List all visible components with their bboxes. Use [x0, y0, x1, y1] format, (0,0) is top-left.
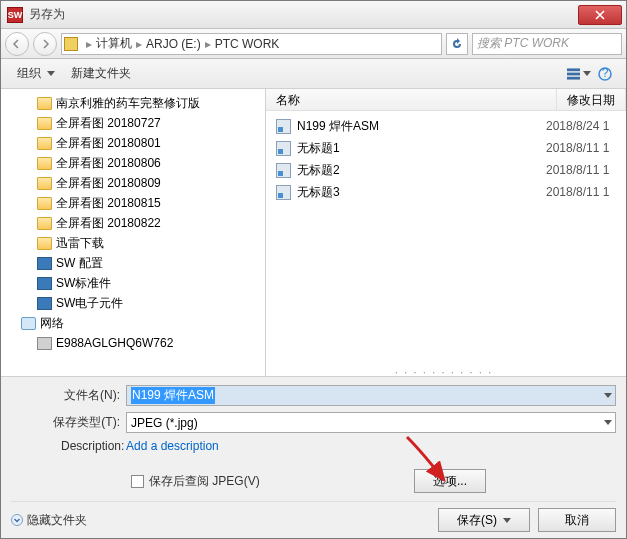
tree-item[interactable]: 全屏看图 20180727: [1, 113, 265, 133]
navbar: ▸ 计算机 ▸ ARJO (E:) ▸ PTC WORK 搜索 PTC WORK: [1, 29, 626, 59]
breadcrumb-sep-icon: ▸: [205, 37, 211, 51]
file-row[interactable]: 无标题22018/8/11 1: [266, 159, 626, 181]
breadcrumb-segment[interactable]: PTC WORK: [215, 37, 280, 51]
folder-icon: [37, 197, 52, 210]
breadcrumb-sep-icon: ▸: [86, 37, 92, 51]
file-icon: [276, 141, 291, 156]
tree-item-label: 南京利雅的药车完整修订版: [56, 95, 200, 112]
tree-item[interactable]: 南京利雅的药车完整修订版: [1, 93, 265, 113]
tree-item[interactable]: E988AGLGHQ6W762: [1, 333, 265, 353]
close-button[interactable]: [578, 5, 622, 25]
organize-button[interactable]: 组织: [9, 63, 63, 84]
chevron-down-icon: [11, 514, 23, 526]
refresh-icon: [451, 38, 463, 50]
file-list[interactable]: N199 焊件ASM2018/8/24 1无标题12018/8/11 1无标题2…: [266, 111, 626, 368]
sizer[interactable]: ···········: [266, 368, 626, 376]
window-title: 另存为: [29, 6, 578, 23]
back-button[interactable]: [5, 32, 29, 56]
refresh-button[interactable]: [446, 33, 468, 55]
tree-item-label: 迅雷下载: [56, 235, 104, 252]
network-icon: [21, 317, 36, 330]
computer-icon: [37, 337, 52, 350]
col-date[interactable]: 修改日期: [557, 89, 626, 110]
tree-item-label: 全屏看图 20180822: [56, 215, 161, 232]
cancel-button[interactable]: 取消: [538, 508, 616, 532]
view-button[interactable]: [566, 63, 592, 85]
options-button[interactable]: 选项...: [414, 469, 486, 493]
chevron-down-icon[interactable]: [598, 414, 614, 431]
file-row[interactable]: 无标题12018/8/11 1: [266, 137, 626, 159]
tree-item[interactable]: 全屏看图 20180822: [1, 213, 265, 233]
file-icon: [276, 163, 291, 178]
tree-item[interactable]: SW标准件: [1, 273, 265, 293]
chevron-down-icon: [47, 71, 55, 76]
help-icon: ?: [598, 67, 612, 81]
tree-item[interactable]: SW 配置: [1, 253, 265, 273]
svg-rect-1: [567, 72, 580, 75]
file-row[interactable]: N199 焊件ASM2018/8/24 1: [266, 115, 626, 137]
hide-folders-button[interactable]: 隐藏文件夹: [11, 512, 87, 529]
tree-item[interactable]: 全屏看图 20180815: [1, 193, 265, 213]
tree-item-label: SW标准件: [56, 275, 111, 292]
chevron-down-icon[interactable]: [598, 387, 614, 404]
forward-button[interactable]: [33, 32, 57, 56]
tree-item[interactable]: 迅雷下载: [1, 233, 265, 253]
help-button[interactable]: ?: [592, 63, 618, 85]
bottom-panel: 文件名(N): N199 焊件ASM 保存类型(T): JPEG (*.jpg)…: [1, 376, 626, 538]
close-icon: [595, 10, 605, 20]
save-button[interactable]: 保存(S): [438, 508, 530, 532]
footer: 隐藏文件夹 保存(S) 取消: [11, 501, 616, 532]
svg-text:?: ?: [602, 67, 609, 80]
filename-field[interactable]: N199 焊件ASM: [126, 385, 616, 406]
checkbox-icon: [131, 475, 144, 488]
folder-icon: [37, 117, 52, 130]
sw-icon: [37, 257, 52, 270]
arrow-left-icon: [12, 39, 22, 49]
tree-item[interactable]: 全屏看图 20180801: [1, 133, 265, 153]
tree-item-label: 全屏看图 20180815: [56, 195, 161, 212]
folder-tree[interactable]: 南京利雅的药车完整修订版全屏看图 20180727全屏看图 20180801全屏…: [1, 89, 266, 376]
tree-item-label: E988AGLGHQ6W762: [56, 336, 173, 350]
col-name[interactable]: 名称: [266, 89, 557, 110]
file-name: 无标题3: [297, 184, 340, 201]
tree-item-label: 全屏看图 20180806: [56, 155, 161, 172]
file-row[interactable]: 无标题32018/8/11 1: [266, 181, 626, 203]
drive-icon: [64, 37, 78, 51]
tree-item[interactable]: 全屏看图 20180809: [1, 173, 265, 193]
tree-item[interactable]: 全屏看图 20180806: [1, 153, 265, 173]
folder-icon: [37, 237, 52, 250]
file-name: 无标题1: [297, 140, 340, 157]
tree-item-label: 全屏看图 20180809: [56, 175, 161, 192]
description-link[interactable]: Add a description: [126, 439, 219, 453]
search-input[interactable]: 搜索 PTC WORK: [472, 33, 622, 55]
tree-item-label: 网络: [40, 315, 64, 332]
svg-rect-2: [567, 76, 580, 79]
folder-icon: [37, 97, 52, 110]
sw-icon: [37, 297, 52, 310]
review-checkbox[interactable]: 保存后查阅 JPEG(V): [131, 473, 260, 490]
folder-icon: [37, 177, 52, 190]
file-date: 2018/8/11 1: [546, 163, 626, 177]
search-placeholder: 搜索 PTC WORK: [477, 35, 569, 52]
savetype-field[interactable]: JPEG (*.jpg): [126, 412, 616, 433]
breadcrumb-segment[interactable]: ARJO (E:): [146, 37, 201, 51]
breadcrumb-segment[interactable]: 计算机: [96, 35, 132, 52]
tree-item-label: 全屏看图 20180727: [56, 115, 161, 132]
chevron-down-icon: [583, 71, 591, 76]
arrow-right-icon: [40, 39, 50, 49]
file-header: 名称 修改日期: [266, 89, 626, 111]
filename-label: 文件名(N):: [11, 387, 126, 404]
save-as-dialog: SW 另存为 ▸ 计算机 ▸ ARJO (E:) ▸ PTC WORK 搜索 P…: [0, 0, 627, 539]
tree-item-label: 全屏看图 20180801: [56, 135, 161, 152]
body: 南京利雅的药车完整修订版全屏看图 20180727全屏看图 20180801全屏…: [1, 89, 626, 376]
file-date: 2018/8/11 1: [546, 185, 626, 199]
tree-item[interactable]: SW电子元件: [1, 293, 265, 313]
savetype-label: 保存类型(T):: [11, 414, 126, 431]
new-folder-button[interactable]: 新建文件夹: [63, 63, 139, 84]
tree-item-label: SW电子元件: [56, 295, 123, 312]
breadcrumb[interactable]: ▸ 计算机 ▸ ARJO (E:) ▸ PTC WORK: [61, 33, 442, 55]
folder-icon: [37, 137, 52, 150]
folder-icon: [37, 157, 52, 170]
filename-value: N199 焊件ASM: [131, 387, 215, 404]
tree-item[interactable]: 网络: [1, 313, 265, 333]
